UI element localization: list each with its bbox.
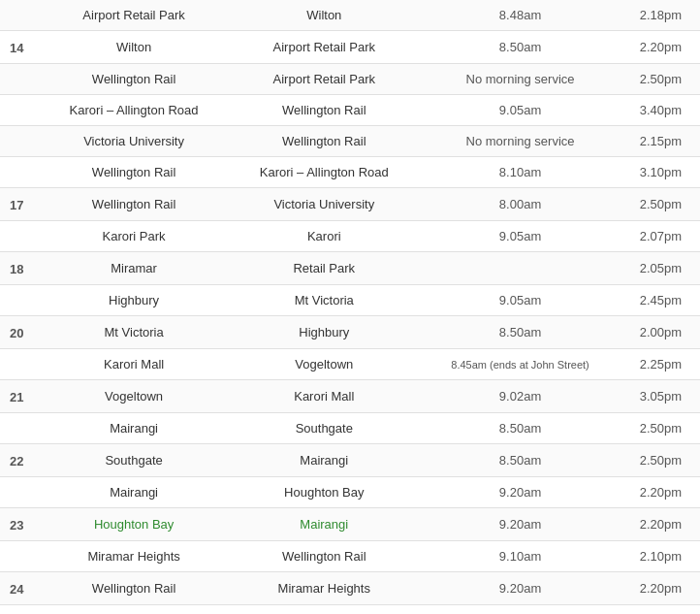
destination: Airport Retail Park — [229, 64, 419, 95]
destination: Victoria University — [229, 188, 419, 221]
origin: Miramar Heights — [39, 541, 229, 572]
destination: Mt Victoria — [229, 285, 419, 316]
destination: Karori — [229, 221, 419, 252]
destination: Airport Retail Park — [229, 31, 419, 64]
destination: Southgate — [229, 413, 419, 444]
morning-time: 9.02am — [419, 380, 620, 413]
morning-time: 9.05am — [419, 221, 620, 252]
morning-time: 9.05am — [419, 285, 620, 316]
origin: Houghton Bay — [39, 508, 229, 541]
morning-time: 9.20am — [419, 508, 620, 541]
morning-time: 8.50am — [419, 31, 620, 64]
route-number: 14 — [0, 31, 39, 64]
end-time: 2.50pm — [621, 413, 700, 444]
morning-time — [419, 252, 620, 285]
morning-time: 8.00am — [419, 188, 620, 221]
origin: Karori Mall — [39, 349, 229, 380]
route-number: 23 — [0, 508, 39, 541]
route-number: 21 — [0, 380, 39, 413]
origin: Vogeltown — [39, 380, 229, 413]
morning-time: 9.10am — [419, 541, 620, 572]
route-number — [0, 541, 39, 572]
route-number — [0, 285, 39, 316]
destination: Karori Mall — [229, 380, 419, 413]
end-time: 2.00pm — [621, 316, 700, 349]
destination: Wellington Rail — [229, 95, 419, 126]
destination: Mairangi — [229, 444, 419, 477]
end-time: 2.15pm — [621, 126, 700, 157]
route-number — [0, 64, 39, 95]
destination: Houghton Bay — [229, 477, 419, 508]
schedule-table: Airport Retail ParkWilton8.48am2.18pm14W… — [0, 0, 700, 605]
origin: Karori Park — [39, 221, 229, 252]
morning-time: 9.20am — [419, 572, 620, 605]
morning-time: 9.05am — [419, 95, 620, 126]
route-number — [0, 349, 39, 380]
destination: Mairangi — [229, 508, 419, 541]
end-time: 2.20pm — [621, 572, 700, 605]
route-number — [0, 95, 39, 126]
origin: Airport Retail Park — [39, 0, 229, 31]
destination: Wilton — [229, 0, 419, 31]
route-number: 20 — [0, 316, 39, 349]
origin: Mairangi — [39, 477, 229, 508]
destination: Miramar Heights — [229, 572, 419, 605]
morning-time: 8.50am — [419, 316, 620, 349]
end-time: 2.20pm — [621, 508, 700, 541]
route-number: 18 — [0, 252, 39, 285]
origin: Wellington Rail — [39, 572, 229, 605]
origin: Wilton — [39, 31, 229, 64]
origin: Highbury — [39, 285, 229, 316]
route-number — [0, 126, 39, 157]
origin: Wellington Rail — [39, 157, 229, 188]
end-time: 2.25pm — [621, 349, 700, 380]
route-number: 17 — [0, 188, 39, 221]
destination: Wellington Rail — [229, 541, 419, 572]
origin: Miramar — [39, 252, 229, 285]
destination: Wellington Rail — [229, 126, 419, 157]
end-time: 2.18pm — [621, 0, 700, 31]
route-number — [0, 157, 39, 188]
morning-time: No morning service — [419, 64, 620, 95]
origin: Wellington Rail — [39, 188, 229, 221]
end-time: 3.05pm — [621, 380, 700, 413]
destination: Karori – Allington Road — [229, 157, 419, 188]
end-time: 2.20pm — [621, 477, 700, 508]
route-number: 24 — [0, 572, 39, 605]
morning-time: 8.48am — [419, 0, 620, 31]
end-time: 3.40pm — [621, 95, 700, 126]
end-time: 2.50pm — [621, 188, 700, 221]
end-time: 2.05pm — [621, 252, 700, 285]
morning-time: 8.50am — [419, 444, 620, 477]
origin: Karori – Allington Road — [39, 95, 229, 126]
route-number — [0, 413, 39, 444]
origin: Mt Victoria — [39, 316, 229, 349]
end-time: 2.45pm — [621, 285, 700, 316]
destination: Vogeltown — [229, 349, 419, 380]
route-number: 22 — [0, 444, 39, 477]
end-time: 2.50pm — [621, 444, 700, 477]
morning-time: 8.45am (ends at John Street) — [419, 349, 620, 380]
end-time: 2.07pm — [621, 221, 700, 252]
origin: Victoria University — [39, 126, 229, 157]
end-time: 2.50pm — [621, 64, 700, 95]
origin: Wellington Rail — [39, 64, 229, 95]
destination: Retail Park — [229, 252, 419, 285]
route-number — [0, 477, 39, 508]
morning-time: 9.20am — [419, 477, 620, 508]
morning-time: No morning service — [419, 126, 620, 157]
route-number — [0, 0, 39, 31]
origin: Southgate — [39, 444, 229, 477]
end-time: 3.10pm — [621, 157, 700, 188]
morning-time: 8.50am — [419, 413, 620, 444]
destination: Highbury — [229, 316, 419, 349]
morning-time: 8.10am — [419, 157, 620, 188]
route-number — [0, 221, 39, 252]
origin: Mairangi — [39, 413, 229, 444]
end-time: 2.10pm — [621, 541, 700, 572]
end-time: 2.20pm — [621, 31, 700, 64]
